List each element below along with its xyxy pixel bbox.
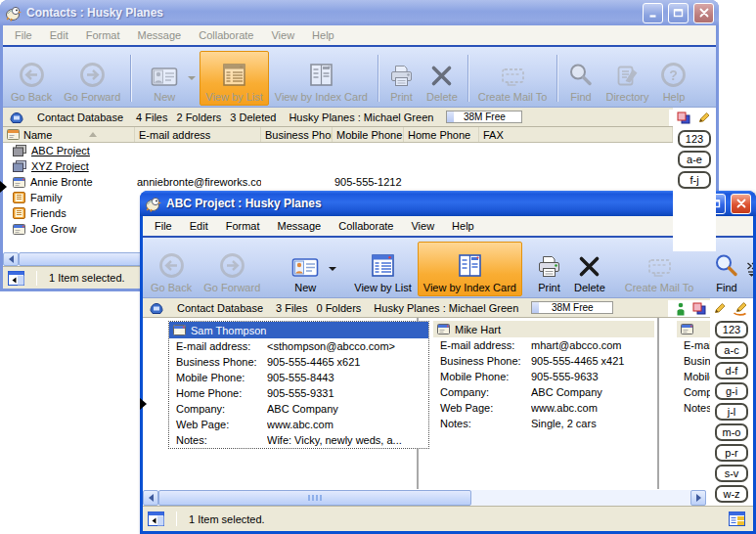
horizontal-scrollbar[interactable] xyxy=(143,489,706,506)
print-button[interactable]: Print xyxy=(382,51,421,106)
contact-card-icon xyxy=(437,324,450,334)
pencil-icon[interactable] xyxy=(697,111,710,124)
index-tab-a-e[interactable]: a-e xyxy=(678,151,711,168)
index-tab-f-j[interactable]: f-j xyxy=(678,171,711,189)
minimize-button[interactable] xyxy=(643,3,663,23)
view-by-list-button[interactable]: View by List xyxy=(348,242,418,296)
column-fax[interactable]: FAX xyxy=(479,127,673,142)
new-dropdown-arrow[interactable] xyxy=(329,267,336,271)
new-button[interactable]: New xyxy=(286,242,325,296)
delete-button[interactable]: Delete xyxy=(568,242,611,296)
index-tab-123[interactable]: 123 xyxy=(715,321,748,338)
layout-grid-icon[interactable] xyxy=(729,512,745,526)
index-tab-w-z[interactable]: w-z xyxy=(715,485,748,503)
index-tab-p-r[interactable]: p-r xyxy=(715,444,748,462)
menu-file[interactable]: File xyxy=(6,26,41,44)
scroll-left-button[interactable] xyxy=(143,490,158,506)
menu-file[interactable]: File xyxy=(146,217,181,235)
menu-view[interactable]: View xyxy=(262,26,303,44)
delete-x-icon xyxy=(429,64,454,88)
close-button[interactable] xyxy=(693,3,714,23)
contact-card-mike-hart[interactable]: Mike Hart E-mail address:mhart@abcco.com… xyxy=(433,321,654,431)
menu-format[interactable]: Format xyxy=(217,217,269,235)
abc-project-titlebar[interactable]: ABC Project : Husky Planes xyxy=(140,191,756,216)
panel-toggle-icon[interactable] xyxy=(148,512,164,526)
account-label: Husky Planes : Michael Green xyxy=(289,111,433,123)
column-name[interactable]: Name xyxy=(3,127,135,142)
menu-edit[interactable]: Edit xyxy=(41,26,77,44)
index-tab-a-c[interactable]: a-c xyxy=(715,341,748,359)
column-mobile-phone[interactable]: Mobile Phone xyxy=(333,127,404,142)
contacts-titlebar[interactable]: Contacts : Husky Planes xyxy=(0,0,719,25)
delete-button[interactable]: Delete xyxy=(421,51,464,106)
field-value: 905-555-4465 x621 xyxy=(267,356,428,368)
network-squares-icon[interactable] xyxy=(677,111,690,124)
new-dropdown-arrow[interactable] xyxy=(188,76,196,80)
index-tab-panel: 123 a-c d-f g-i j-l m-o p-r s-v w-z xyxy=(710,318,753,506)
contact-card-icon xyxy=(173,325,186,335)
field-value: Single, 2 cars xyxy=(531,418,654,429)
new-button[interactable]: New xyxy=(145,51,184,106)
menu-message[interactable]: Message xyxy=(269,217,331,235)
menu-help[interactable]: Help xyxy=(443,217,483,235)
card-column-divider[interactable] xyxy=(657,318,659,489)
new-contact-icon xyxy=(291,256,319,279)
menu-format[interactable]: Format xyxy=(77,26,129,44)
scrollbar-track[interactable] xyxy=(471,490,690,506)
index-tab-j-l[interactable]: j-l xyxy=(715,403,748,421)
scroll-right-button[interactable] xyxy=(690,490,706,506)
close-button[interactable] xyxy=(731,194,751,214)
help-button[interactable]: ? Help xyxy=(654,51,692,106)
scroll-left-button[interactable] xyxy=(3,252,19,266)
directory-button[interactable]: Directory xyxy=(600,51,654,106)
panel-toggle-icon[interactable] xyxy=(8,271,24,286)
go-forward-button[interactable]: Go Forward xyxy=(198,242,266,296)
list-item-xyz-project[interactable]: XYZ Project xyxy=(3,158,673,174)
menu-collaborate[interactable]: Collaborate xyxy=(330,217,402,235)
menu-help[interactable]: Help xyxy=(303,26,343,44)
status-text: 1 Item selected. xyxy=(49,272,125,284)
view-by-list-button[interactable]: View by List xyxy=(200,51,269,106)
index-tab-d-f[interactable]: d-f xyxy=(715,362,748,379)
pencil-icon[interactable] xyxy=(713,302,726,315)
current-row-marker xyxy=(0,181,7,193)
menu-view[interactable]: View xyxy=(402,217,443,235)
app-bird-icon xyxy=(5,5,22,22)
column-home-phone[interactable]: Home Phone xyxy=(404,127,479,142)
database-label: Contact Database xyxy=(37,111,123,123)
menu-edit[interactable]: Edit xyxy=(181,217,217,235)
create-mail-to-button[interactable]: Create Mail To xyxy=(472,51,554,106)
menu-collaborate[interactable]: Collaborate xyxy=(190,26,262,44)
view-by-index-card-button[interactable]: View by Index Card xyxy=(418,242,522,296)
print-button[interactable]: Print xyxy=(530,242,568,296)
view-by-index-card-button[interactable]: View by Index Card xyxy=(269,51,374,106)
list-item-annie-bronte[interactable]: Annie Bronte anniebronte@fireworks.com 9… xyxy=(3,174,673,190)
find-button[interactable]: Find xyxy=(561,51,600,106)
maximize-button[interactable] xyxy=(668,3,689,23)
index-tab-g-i[interactable]: g-i xyxy=(715,382,748,400)
toolbar-separator xyxy=(378,55,378,102)
email-cell: anniebronte@fireworks.com xyxy=(135,176,261,188)
scrollbar-thumb[interactable] xyxy=(19,252,146,266)
menu-message[interactable]: Message xyxy=(129,26,191,44)
files-count: 4 Files xyxy=(136,111,167,123)
online-user-icon[interactable] xyxy=(676,302,686,316)
go-back-button[interactable]: Go Back xyxy=(145,242,198,296)
go-forward-button[interactable]: Go Forward xyxy=(58,51,126,106)
index-tab-s-v[interactable]: s-v xyxy=(715,465,748,482)
group-book-icon xyxy=(13,207,25,219)
folders-count: 2 Folders xyxy=(176,111,221,123)
index-tab-123[interactable]: 123 xyxy=(678,130,711,148)
toolbar-overflow-button[interactable] xyxy=(745,261,753,278)
scrollbar-thumb[interactable] xyxy=(158,490,471,506)
go-back-button[interactable]: Go Back xyxy=(5,51,58,106)
index-tab-m-o[interactable]: m-o xyxy=(715,423,748,441)
list-item-abc-project[interactable]: ABC Project xyxy=(3,143,673,158)
column-email[interactable]: E-mail address xyxy=(135,127,261,142)
network-squares-icon[interactable] xyxy=(692,302,706,315)
signature-pencil-icon[interactable] xyxy=(733,302,747,316)
magnifier-icon xyxy=(713,252,739,279)
app-bird-icon xyxy=(145,196,161,212)
contact-card-sam-thompson[interactable]: Sam Thompson E-mail address:<sthompson@a… xyxy=(168,321,429,449)
column-business-phone[interactable]: Business Phone xyxy=(261,127,333,142)
